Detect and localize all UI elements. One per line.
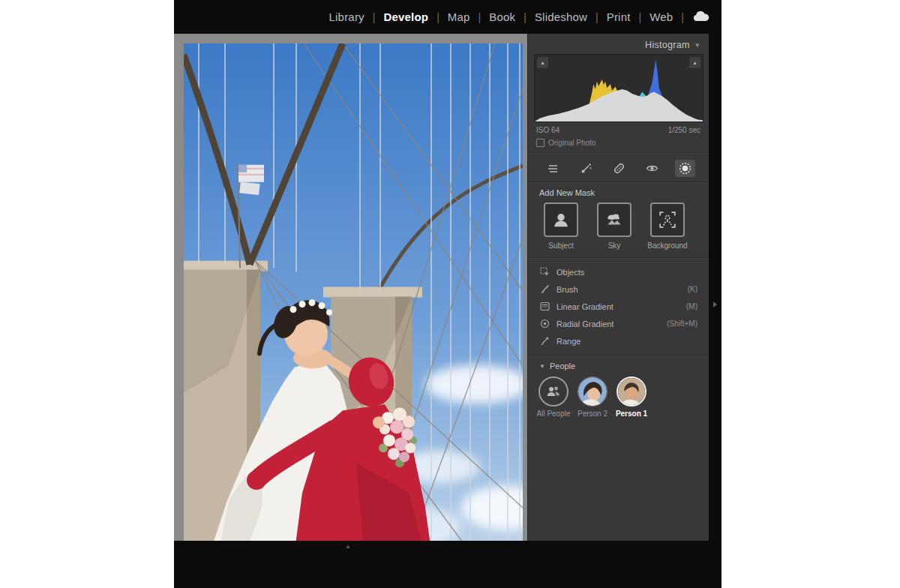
module-picker: Library | Develop | Map | Book | Slidesh… xyxy=(174,0,722,34)
sky-mask-button[interactable] xyxy=(597,202,632,237)
tab-book[interactable]: Book xyxy=(489,10,515,23)
add-new-mask-label: Add New Mask xyxy=(539,188,595,197)
mask-tool-radial-gradient[interactable]: Radial Gradient (Shift+M) xyxy=(528,315,710,332)
red-eye-icon[interactable] xyxy=(642,160,662,177)
tool-shortcut: (M) xyxy=(686,302,698,310)
tab-web[interactable]: Web xyxy=(650,10,673,23)
nav-separator: | xyxy=(681,11,684,23)
person-1-label: Person 1 xyxy=(609,410,654,418)
histogram-title: Histogram xyxy=(645,40,690,50)
exif-shutter: 1/250 sec xyxy=(668,126,700,134)
nav-separator: | xyxy=(596,11,598,23)
tab-print[interactable]: Print xyxy=(607,10,631,23)
collapse-bottom-panel-arrow[interactable]: ▲ xyxy=(345,543,351,550)
original-photo-checkbox[interactable] xyxy=(536,139,544,147)
original-photo-label: Original Photo xyxy=(548,139,596,147)
crop-overlay-icon[interactable] xyxy=(543,160,563,177)
radial-gradient-icon xyxy=(540,319,550,328)
range-icon xyxy=(540,336,550,346)
tool-label: Range xyxy=(556,337,691,346)
person-1-avatar[interactable] xyxy=(616,376,646,406)
spot-removal-icon[interactable] xyxy=(576,160,596,177)
original-photo-toggle[interactable]: Original Photo xyxy=(536,139,596,147)
mask-tool-range[interactable]: Range xyxy=(528,332,710,350)
objects-icon xyxy=(540,267,550,277)
nav-separator: | xyxy=(373,11,376,23)
bottom-panel-strip: ▲ xyxy=(174,541,722,588)
exif-info: ISO 64 1/250 sec xyxy=(536,126,700,134)
tool-label: Objects xyxy=(556,268,691,277)
linear-gradient-icon xyxy=(540,302,550,311)
tab-library[interactable]: Library xyxy=(329,10,364,23)
brush-icon xyxy=(540,284,550,294)
right-edge-strip xyxy=(709,34,722,588)
tool-label: Radial Gradient xyxy=(556,320,660,328)
tab-map[interactable]: Map xyxy=(448,10,470,23)
subject-mask-button[interactable] xyxy=(544,202,578,237)
tool-shortcut: (Shift+M) xyxy=(667,320,698,328)
nav-separator: | xyxy=(436,11,440,23)
tool-label: Linear Gradient xyxy=(556,302,680,311)
tool-shortcut: (K) xyxy=(688,285,698,293)
develop-right-panel: Histogram ▼ ▲ ▲ ISO 64 1/250 sec Origina… xyxy=(527,34,709,574)
tab-develop[interactable]: Develop xyxy=(383,10,428,23)
nav-separator: | xyxy=(478,11,482,23)
all-people-avatar[interactable] xyxy=(538,376,568,406)
bride-hand xyxy=(373,416,385,428)
person-2-avatar[interactable] xyxy=(578,376,608,406)
chevron-down-icon: ▼ xyxy=(539,363,545,370)
background-mask-label: Background xyxy=(644,242,691,250)
mask-tool-linear-gradient[interactable]: Linear Gradient (M) xyxy=(528,298,710,315)
sky-mask-label: Sky xyxy=(591,242,638,250)
chevron-down-icon: ▼ xyxy=(694,42,700,49)
people-section-header[interactable]: ▼ People xyxy=(539,362,575,370)
lightroom-window: Library | Develop | Map | Book | Slidesh… xyxy=(174,0,722,588)
masking-icon[interactable] xyxy=(675,160,695,177)
mask-tool-brush[interactable]: Brush (K) xyxy=(528,280,710,298)
histogram-graph xyxy=(535,56,703,122)
person-2-label: Person 2 xyxy=(570,410,615,418)
histogram-header[interactable]: Histogram ▼ xyxy=(645,40,700,50)
exif-iso: ISO 64 xyxy=(536,126,560,134)
all-people-label: All People xyxy=(531,410,576,418)
nav-separator: | xyxy=(524,11,526,23)
people-header-label: People xyxy=(550,362,575,370)
tab-slideshow[interactable]: Slideshow xyxy=(535,10,587,23)
tool-label: Brush xyxy=(556,285,681,294)
nav-separator: | xyxy=(639,11,642,23)
subject-mask-label: Subject xyxy=(538,242,584,250)
tool-strip xyxy=(528,154,710,182)
mask-tool-objects[interactable]: Objects xyxy=(528,263,710,280)
background-mask-button[interactable] xyxy=(650,202,685,237)
cloud-sync-icon[interactable] xyxy=(692,11,710,22)
photo-canvas: Show Edit Pins Auto Overlay Mode Color O… xyxy=(174,34,527,554)
histogram[interactable]: ▲ ▲ xyxy=(534,54,704,122)
healing-icon[interactable] xyxy=(609,160,629,177)
photo-wedding-couple-bridge[interactable] xyxy=(184,44,523,550)
collapse-right-panel-arrow[interactable] xyxy=(713,302,717,308)
